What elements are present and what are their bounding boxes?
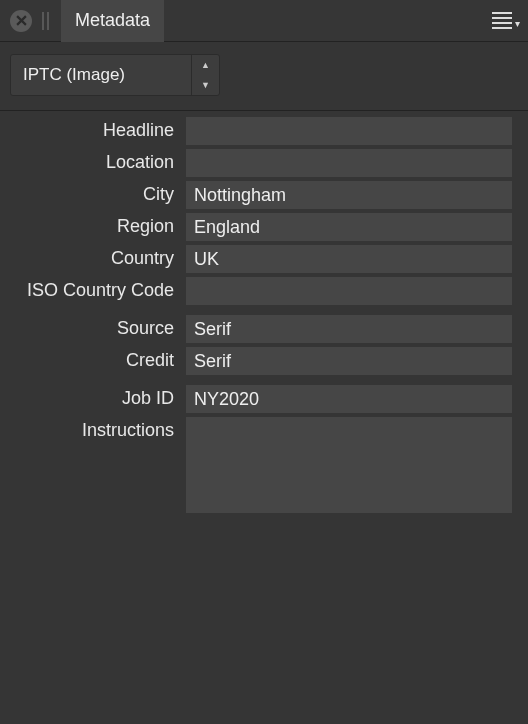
label-instructions: Instructions (8, 417, 186, 441)
input-instructions[interactable] (186, 417, 512, 513)
input-source[interactable] (186, 315, 512, 343)
drag-handle-icon[interactable] (42, 12, 49, 30)
label-headline: Headline (8, 117, 186, 141)
row-credit: Credit (8, 347, 512, 375)
label-country: Country (8, 245, 186, 269)
row-iso: ISO Country Code (8, 277, 512, 305)
menu-icon (492, 12, 512, 29)
label-source: Source (8, 315, 186, 339)
input-credit[interactable] (186, 347, 512, 375)
input-jobid[interactable] (186, 385, 512, 413)
label-location: Location (8, 149, 186, 173)
label-city: City (8, 181, 186, 205)
close-icon (16, 15, 27, 26)
metadata-form: Headline Location City Region Country IS… (0, 111, 528, 518)
input-city[interactable] (186, 181, 512, 209)
schema-dropdown[interactable]: IPTC (Image) ▲▼ (10, 54, 220, 96)
schema-dropdown-value: IPTC (Image) (23, 65, 125, 85)
input-location[interactable] (186, 149, 512, 177)
row-country: Country (8, 245, 512, 273)
row-jobid: Job ID (8, 385, 512, 413)
chevron-down-icon: ▾ (515, 19, 520, 29)
label-jobid: Job ID (8, 385, 186, 409)
close-button[interactable] (10, 10, 32, 32)
dropdown-stepper-icon: ▲▼ (191, 55, 219, 95)
input-headline[interactable] (186, 117, 512, 145)
schema-selector-row: IPTC (Image) ▲▼ (0, 42, 528, 111)
row-location: Location (8, 149, 512, 177)
input-iso[interactable] (186, 277, 512, 305)
label-iso: ISO Country Code (8, 277, 186, 301)
panel-menu-button[interactable]: ▾ (492, 12, 520, 29)
label-credit: Credit (8, 347, 186, 371)
panel-header: Metadata ▾ (0, 0, 528, 42)
row-headline: Headline (8, 117, 512, 145)
row-source: Source (8, 315, 512, 343)
row-instructions: Instructions (8, 417, 512, 518)
tab-label: Metadata (75, 10, 150, 31)
tab-metadata[interactable]: Metadata (61, 0, 164, 42)
row-region: Region (8, 213, 512, 241)
input-region[interactable] (186, 213, 512, 241)
label-region: Region (8, 213, 186, 237)
input-country[interactable] (186, 245, 512, 273)
row-city: City (8, 181, 512, 209)
